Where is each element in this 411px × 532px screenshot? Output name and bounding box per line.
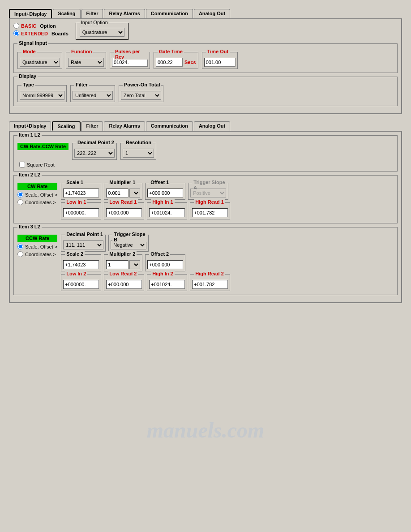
timeout-input[interactable] [204, 58, 235, 67]
tab-scaling-2[interactable]: Scaling [52, 121, 80, 131]
offset2-input[interactable] [147, 260, 183, 269]
low-read1-label: Low Read 1 [108, 199, 138, 205]
high-read2-input[interactable] [192, 280, 228, 289]
item1-display-label: CW Rate-CCW Rate [17, 143, 68, 150]
signal-input-title: Signal Input [17, 40, 48, 46]
item3-coordinates-radio-input[interactable] [17, 251, 23, 257]
item3-coordinates-label: Coordinates > [25, 252, 56, 257]
item3-section: Item 3 L2 CCW Rate Scale, Offset > Coord… [13, 227, 398, 295]
offset1-input[interactable] [147, 189, 183, 197]
high-in2-input[interactable] [149, 280, 185, 289]
mode-label: Mode [21, 49, 37, 54]
coordinates-radio-input[interactable] [17, 199, 23, 205]
tab-analog-out-1[interactable]: Analog Out [194, 9, 230, 18]
mode-select[interactable]: Quadrature [20, 58, 60, 67]
low-read2-label: Low Read 2 [108, 271, 138, 276]
filter-field: Filter Unfiltered [70, 85, 115, 102]
high-read2-label: High Read 2 [194, 271, 225, 276]
coordinates-radio[interactable]: Coordinates > [17, 199, 57, 205]
tab-input-display-1[interactable]: Input+Display [9, 9, 52, 18]
input-option-select[interactable]: Quadrature [80, 28, 124, 37]
tab-input-display-2[interactable]: Input+Display [9, 121, 51, 131]
tab-relay-alarms-1[interactable]: Relay Alarms [104, 9, 145, 18]
item3-scale-offset-radio[interactable]: Scale, Offset > [17, 244, 57, 249]
basic-radio[interactable] [13, 23, 19, 29]
scale2-input[interactable] [63, 260, 99, 269]
high-in1-input[interactable] [149, 208, 185, 217]
tab-analog-out-2[interactable]: Analog Out [194, 121, 230, 131]
multiplier2-label: Multiplier 2 [108, 251, 137, 257]
mode-field: Mode Quadrature [17, 52, 62, 69]
item2-display-label: CW Rate [17, 183, 57, 190]
multiplier1-select[interactable] [129, 189, 140, 197]
gate-time-input[interactable] [156, 58, 183, 67]
item3-title: Item 3 L2 [17, 224, 42, 229]
decimal-point1-label: Decimal Point 1 [65, 232, 104, 237]
boards-label: Boards [51, 31, 68, 36]
multiplier2-select[interactable] [129, 260, 140, 269]
scale1-input[interactable] [63, 189, 99, 197]
tab-relay-alarms-2[interactable]: Relay Alarms [104, 121, 145, 131]
decimal-point2-select[interactable]: 222. 222 [74, 149, 115, 158]
power-on-field: Power-On Total Zero Total [119, 85, 163, 102]
square-root-row: Square Root [19, 162, 394, 167]
trigger-slope-b-label: Trigger Slope B [112, 232, 148, 242]
multiplier1-label: Multiplier 1 [108, 180, 137, 185]
high-read1-label: High Read 1 [194, 199, 225, 205]
type-field: Type Norml 999999 [17, 85, 67, 102]
item3-scale-offset-radio-input[interactable] [17, 244, 23, 249]
basic-option[interactable]: BASIC Option [13, 23, 68, 29]
panel-2: Item 1 L2 CW Rate-CCW Rate Decimal Point… [9, 131, 402, 303]
coordinates-label: Coordinates > [25, 200, 56, 205]
item3-coordinates-radio[interactable]: Coordinates > [17, 251, 57, 257]
low-in1-label: Low In 1 [65, 199, 87, 205]
low-read2-input[interactable] [106, 280, 142, 289]
scale-offset-radio[interactable]: Scale, Offset > [17, 192, 57, 197]
item3-scale-offset-label: Scale, Offset > [25, 244, 57, 249]
option-column: BASIC Option EXTENDED Boards [13, 23, 68, 36]
type-select[interactable]: Norml 999999 [20, 91, 64, 100]
resolution-select[interactable]: 1 [123, 149, 154, 158]
function-select[interactable]: Rate [68, 58, 104, 67]
multiplier1-input[interactable] [106, 189, 128, 197]
scale2-label: Scale 2 [65, 251, 85, 257]
extended-option[interactable]: EXTENDED Boards [13, 30, 68, 36]
option-label: Option [40, 23, 56, 29]
filter-select[interactable]: Unfiltered [73, 91, 113, 100]
decimal-point1-select[interactable]: 111. 111 [63, 240, 103, 249]
display-group: Display Type Norml 999999 [13, 77, 398, 106]
tab-communication-2[interactable]: Communication [146, 121, 193, 131]
low-in2-input[interactable] [63, 280, 99, 289]
low-read1-input[interactable] [106, 208, 142, 217]
extended-radio[interactable] [13, 30, 19, 36]
tab-communication-1[interactable]: Communication [146, 9, 193, 18]
power-on-label: Power-On Total [123, 82, 161, 87]
function-label: Function [70, 49, 93, 54]
square-root-checkbox[interactable] [19, 162, 25, 167]
low-in2-label: Low In 2 [65, 271, 87, 276]
item2-section: Item 2 L2 CW Rate Scale, Offset > Coordi… [13, 175, 398, 223]
function-field: Function Rate [66, 52, 106, 69]
scale-offset-radio-input[interactable] [17, 192, 23, 197]
pulses-field: Pulses per Rev [110, 52, 150, 69]
tab-bar-1: Input+Display Scaling Filter Relay Alarm… [9, 9, 402, 18]
low-in1-input[interactable] [63, 208, 99, 217]
tab-filter-2[interactable]: Filter [81, 121, 103, 131]
power-on-select[interactable]: Zero Total [121, 91, 161, 100]
item1-title: Item 1 L2 [17, 132, 42, 137]
tab-filter-1[interactable]: Filter [81, 9, 103, 18]
multiplier2-input[interactable] [106, 260, 128, 269]
panel-1: BASIC Option EXTENDED Boards Input Optio… [9, 18, 402, 114]
decimal-point2-label: Decimal Point 2 [76, 140, 116, 145]
resolution-label: Resolution [124, 140, 153, 145]
tab-scaling-1[interactable]: Scaling [53, 9, 80, 18]
pulses-label: Pulses per Rev [114, 49, 150, 60]
gate-time-field: Gate Time Secs [154, 52, 198, 69]
high-read1-input[interactable] [192, 208, 228, 217]
timeout-label: Time Out [206, 49, 230, 54]
item2-title: Item 2 L2 [17, 172, 42, 177]
input-option-title: Input Option [80, 20, 109, 25]
trigger-slope-a-select[interactable]: Positive [190, 189, 226, 197]
tab-bar-2: Input+Display Scaling Filter Relay Alarm… [9, 121, 402, 131]
display-title: Display [17, 73, 38, 79]
